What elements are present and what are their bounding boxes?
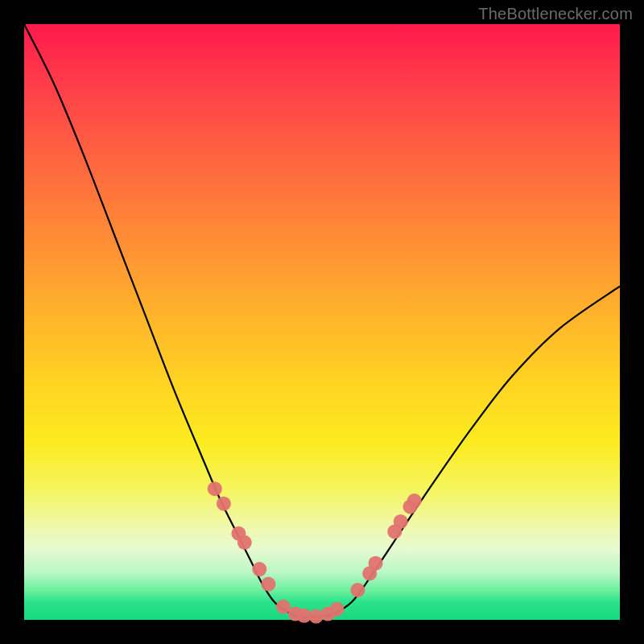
chart-frame: TheBottlenecker.com bbox=[0, 0, 644, 644]
compat-marker bbox=[309, 609, 324, 624]
watermark-label: TheBottlenecker.com bbox=[478, 5, 633, 23]
compat-marker bbox=[217, 497, 231, 511]
compat-marker bbox=[261, 577, 275, 592]
curve-svg bbox=[24, 24, 620, 620]
compat-marker bbox=[350, 583, 365, 597]
plot-area bbox=[24, 24, 620, 620]
compat-marker bbox=[407, 493, 422, 508]
compat-marker bbox=[394, 514, 408, 529]
compat-marker bbox=[252, 562, 266, 576]
bottleneck-curve-path bbox=[24, 24, 620, 617]
compat-marker bbox=[330, 602, 345, 617]
marker-group bbox=[208, 481, 422, 623]
compat-marker bbox=[237, 535, 252, 550]
compat-marker bbox=[369, 556, 383, 571]
compat-marker bbox=[208, 481, 222, 496]
